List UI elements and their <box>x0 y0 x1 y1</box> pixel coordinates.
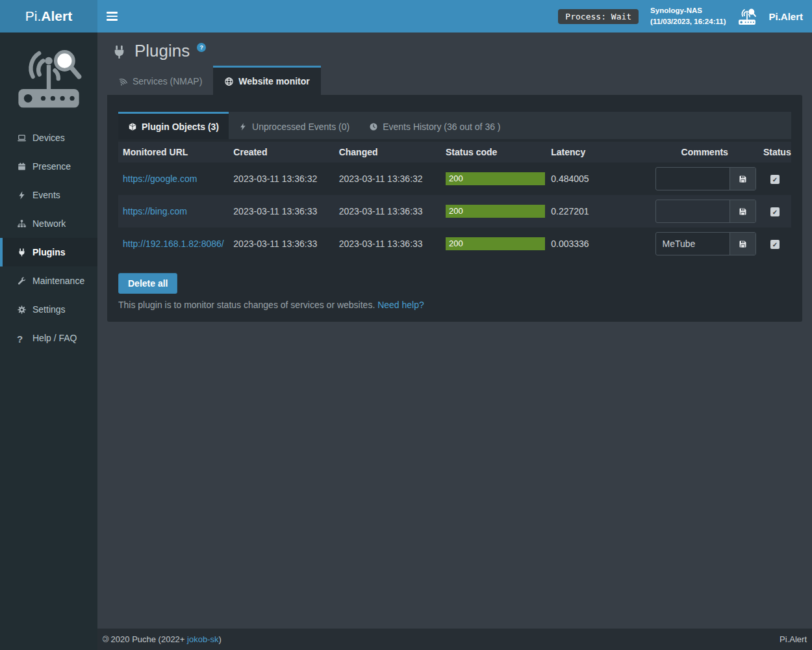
col-created: Created <box>229 142 334 162</box>
device-name: Synology-NAS <box>650 5 726 16</box>
comment-cell <box>651 228 759 260</box>
monitored-url-link[interactable]: https://google.com <box>123 174 197 184</box>
process-status-badge: Process: Wait <box>558 9 639 24</box>
save-button[interactable] <box>730 168 755 190</box>
floppy-icon <box>738 239 748 249</box>
changed-cell: 2023-03-11 13:36:32 <box>335 162 441 195</box>
comment-input[interactable] <box>656 168 730 190</box>
inner-tab-label: Unprocessed Events (0) <box>252 122 349 132</box>
status-cell: ✓ <box>759 162 791 195</box>
save-button[interactable] <box>730 233 755 255</box>
status-checkbox[interactable]: ✓ <box>770 175 780 184</box>
col-status-code: Status code <box>441 142 546 162</box>
clock-icon <box>369 122 378 131</box>
footer: ©2020 Puche (2022+ jokob-sk) Pi.Alert <box>97 629 812 650</box>
header-app-name: Pi.Alert <box>768 11 803 22</box>
comment-input-group <box>655 167 756 190</box>
plugin-help-line: This plugin is to monitor status changes… <box>118 300 791 310</box>
url-cell: http://192.168.1.82:8086/ <box>118 228 229 260</box>
status-code-bar: 200 <box>446 172 545 185</box>
table-row: https://google.com 2023-03-11 13:36:32 2… <box>118 162 791 195</box>
monitored-url-link[interactable]: http://192.168.1.82:8086/ <box>123 239 224 249</box>
sidebar-item-devices[interactable]: Devices <box>0 124 97 152</box>
gear-icon <box>17 305 27 315</box>
status-code-bar: 200 <box>446 205 545 218</box>
comment-input[interactable] <box>656 200 730 222</box>
check-icon: ✓ <box>772 241 778 248</box>
main-content: Plugins ? Services (NMAP) Website monito… <box>97 32 812 650</box>
pialert-app: Pi.Alert Process: Wait Synology-NAS (11/… <box>0 0 812 650</box>
plug-icon <box>111 44 127 60</box>
top-header: Pi.Alert Process: Wait Synology-NAS (11/… <box>0 0 812 32</box>
sitemap-icon <box>17 219 27 229</box>
comment-input-group <box>655 232 756 255</box>
url-cell: https://bing.com <box>118 195 229 228</box>
sidebar-item-label: Network <box>32 218 66 229</box>
tab-unprocessed-events[interactable]: Unprocessed Events (0) <box>229 112 359 139</box>
brand-alert: Alert <box>41 8 72 24</box>
comment-input-group <box>655 200 756 223</box>
col-status: Status <box>759 142 791 162</box>
bolt-icon <box>17 190 27 200</box>
latency-cell: 0.003336 <box>546 228 650 260</box>
inner-tab-label: Plugin Objects (3) <box>142 122 219 132</box>
tab-events-history[interactable]: Events History (36 out of 36 ) <box>359 112 510 139</box>
calendar-icon <box>17 162 27 172</box>
status-cell: ✓ <box>759 228 791 260</box>
comment-input[interactable] <box>656 233 730 255</box>
jokob-sk-link[interactable]: jokob-sk <box>187 634 218 644</box>
comment-cell <box>651 195 759 228</box>
col-latency: Latency <box>546 142 650 162</box>
delete-all-button[interactable]: Delete all <box>118 273 177 294</box>
cube-icon <box>128 122 137 131</box>
status-checkbox[interactable]: ✓ <box>770 207 780 216</box>
device-info: Synology-NAS (11/03/2023, 16:24:11) <box>650 5 726 27</box>
help-badge-icon[interactable]: ? <box>197 43 206 52</box>
header-bar: Process: Wait Synology-NAS (11/03/2023, … <box>97 0 812 32</box>
brand-logo[interactable]: Pi.Alert <box>0 0 97 32</box>
device-time: (11/03/2023, 16:24:11) <box>650 16 726 27</box>
plugin-tabs: Services (NMAP) Website monitor <box>107 66 812 95</box>
col-monitored-url: Monitored URL <box>118 142 229 162</box>
sidebar-item-label: Presence <box>32 161 71 172</box>
website-monitor-panel: Plugin Objects (3) Unprocessed Events (0… <box>107 95 802 322</box>
table-row: https://bing.com 2023-03-11 13:36:33 202… <box>118 195 791 228</box>
need-help-link[interactable]: Need help? <box>377 300 424 310</box>
plugin-objects-table: Monitored URL Created Changed Status cod… <box>118 142 791 260</box>
inner-tab-label: Events History (36 out of 36 ) <box>383 122 500 132</box>
sidebar-menu: Devices Presence Events Network Plugins <box>0 124 97 352</box>
copyright-suffix: ) <box>218 634 221 644</box>
header-right-group: Process: Wait Synology-NAS (11/03/2023, … <box>558 5 812 27</box>
sidebar-item-label: Devices <box>32 133 65 143</box>
tab-plugin-objects[interactable]: Plugin Objects (3) <box>118 112 229 139</box>
router-scan-icon <box>737 8 757 25</box>
sidebar-item-presence[interactable]: Presence <box>0 152 97 181</box>
sidebar-item-label: Events <box>32 190 60 200</box>
sidebar-item-settings[interactable]: Settings <box>0 295 97 324</box>
wrench-icon <box>17 276 27 286</box>
created-cell: 2023-03-11 13:36:33 <box>229 195 334 228</box>
check-icon: ✓ <box>772 176 778 183</box>
bolt-icon <box>238 122 247 131</box>
sidebar-item-events[interactable]: Events <box>0 181 97 209</box>
sidebar-item-help-faq[interactable]: ? Help / FAQ <box>0 324 97 352</box>
tab-services-nmap[interactable]: Services (NMAP) <box>107 66 213 95</box>
status-code-cell: 200 <box>441 162 546 195</box>
sidebar-item-label: Settings <box>32 304 66 315</box>
plugin-inner-tabs: Plugin Objects (3) Unprocessed Events (0… <box>118 112 791 139</box>
tab-label: Website monitor <box>238 76 309 86</box>
tab-website-monitor[interactable]: Website monitor <box>213 66 320 95</box>
save-button[interactable] <box>730 200 755 222</box>
status-checkbox[interactable]: ✓ <box>770 240 780 249</box>
signal-icon <box>118 77 128 86</box>
hamburger-menu-icon[interactable] <box>97 0 126 32</box>
sidebar-item-plugins[interactable]: Plugins <box>0 238 97 266</box>
latency-cell: 0.484005 <box>546 162 650 195</box>
monitored-url-link[interactable]: https://bing.com <box>123 206 187 216</box>
sidebar-item-maintenance[interactable]: Maintenance <box>0 266 97 295</box>
sidebar-item-network[interactable]: Network <box>0 209 97 238</box>
tab-label: Services (NMAP) <box>133 76 202 86</box>
page-title: Plugins <box>134 42 190 60</box>
sidebar-item-label: Help / FAQ <box>32 333 77 343</box>
floppy-icon <box>738 207 748 216</box>
